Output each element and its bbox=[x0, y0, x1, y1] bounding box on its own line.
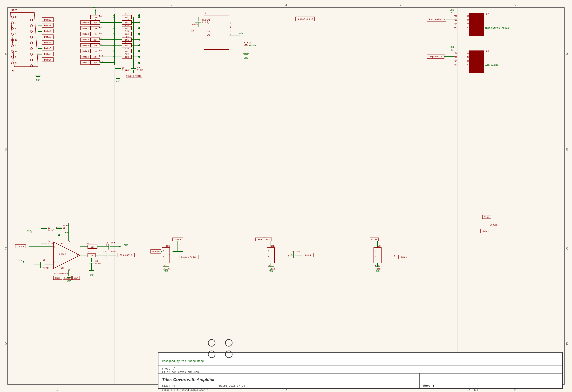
svg-text:U1: U1 bbox=[82, 252, 85, 255]
svg-text:17: 17 bbox=[15, 50, 17, 53]
svg-text:R5: R5 bbox=[99, 27, 102, 29]
svg-text:GND: GND bbox=[450, 46, 454, 49]
svg-text:10K: 10K bbox=[125, 28, 129, 30]
svg-text:3: 3 bbox=[285, 3, 287, 7]
svg-text:1: 1 bbox=[268, 250, 269, 252]
svg-text:Source-Audio: Source-Audio bbox=[297, 18, 313, 21]
svg-text:GND: GND bbox=[19, 259, 23, 262]
svg-text:D: D bbox=[5, 342, 7, 345]
svg-text:20K: 20K bbox=[94, 45, 97, 47]
svg-text:20K: 20K bbox=[94, 33, 97, 35]
svg-text:B: B bbox=[5, 148, 7, 151]
svg-text:Data5: Data5 bbox=[82, 50, 89, 52]
svg-text:10K: 10K bbox=[271, 245, 275, 247]
svg-text:Vs+: Vs+ bbox=[61, 242, 64, 244]
svg-text:100uF: 100uF bbox=[63, 225, 69, 227]
svg-text:5: 5 bbox=[15, 56, 16, 58]
svg-text:0.01uF: 0.01uF bbox=[122, 69, 130, 71]
svg-text:LEFT: LEFT bbox=[467, 60, 472, 62]
svg-text:C12: C12 bbox=[202, 19, 206, 21]
svg-text:P$1: P$1 bbox=[454, 27, 457, 29]
svg-text:3: 3 bbox=[288, 255, 289, 257]
svg-text:Size: A4: Size: A4 bbox=[162, 384, 175, 387]
svg-text:2: 2 bbox=[230, 30, 231, 32]
svg-marker-297 bbox=[53, 242, 80, 269]
svg-text:3: 3 bbox=[15, 33, 16, 35]
svg-text:D1: D1 bbox=[249, 42, 252, 44]
svg-point-500 bbox=[113, 61, 115, 63]
svg-rect-480 bbox=[158, 352, 562, 389]
svg-text:P$2: P$2 bbox=[454, 15, 457, 17]
svg-text:Title: Covox with Amplifier: Title: Covox with Amplifier bbox=[162, 377, 215, 382]
svg-text:File: pcb-covox-amp.sch: File: pcb-covox-amp.sch bbox=[162, 371, 199, 374]
svg-text:Gain1: Gain1 bbox=[55, 277, 61, 279]
svg-text:4: 4 bbox=[15, 45, 16, 47]
svg-text:D: D bbox=[566, 342, 568, 345]
svg-text:Source-Audio: Source-Audio bbox=[126, 75, 141, 77]
svg-text:R10: R10 bbox=[99, 55, 103, 57]
svg-text:LM386: LM386 bbox=[59, 253, 66, 256]
svg-text:Gain1: Gain1 bbox=[258, 239, 264, 241]
svg-text:3 +: 3 + bbox=[54, 246, 58, 248]
svg-text:Amp-Audio: Amp-Audio bbox=[120, 254, 132, 256]
svg-rect-403 bbox=[162, 248, 170, 263]
svg-text:USB: USB bbox=[191, 30, 194, 32]
svg-text:20K: 20K bbox=[94, 50, 97, 53]
svg-text:C10: C10 bbox=[291, 250, 295, 253]
svg-rect-447 bbox=[374, 248, 381, 263]
svg-text:GND: GND bbox=[164, 270, 168, 273]
svg-text:GND: GND bbox=[375, 270, 380, 273]
svg-text:4: 4 bbox=[230, 22, 231, 24]
svg-text:A: A bbox=[5, 53, 7, 56]
svg-text:Data1: Data1 bbox=[82, 27, 89, 30]
svg-text:Data6: Data6 bbox=[82, 56, 89, 58]
svg-text:GND: GND bbox=[93, 6, 97, 9]
svg-text:33000pF: 33000pF bbox=[490, 224, 499, 226]
svg-text:2: 2 bbox=[171, 3, 173, 7]
svg-text:0.1uF: 0.1uF bbox=[48, 229, 54, 231]
svg-text:10K: 10K bbox=[125, 50, 129, 53]
svg-text:P$2: P$2 bbox=[454, 52, 457, 55]
svg-text:GND: GND bbox=[207, 19, 210, 21]
svg-text:20K: 20K bbox=[94, 56, 97, 58]
svg-text:R15: R15 bbox=[125, 30, 129, 32]
svg-text:Amp Audio: Amp Audio bbox=[485, 64, 499, 66]
svg-text:2: 2 bbox=[274, 254, 275, 256]
svg-text:D-: D- bbox=[207, 27, 209, 29]
svg-text:Data7: Data7 bbox=[44, 59, 51, 61]
svg-text:shield: shield bbox=[192, 23, 198, 25]
svg-text:Amp-Audio: Amp-Audio bbox=[429, 55, 442, 58]
svg-text:R14: R14 bbox=[125, 24, 129, 27]
svg-text:1000uF: 1000uF bbox=[109, 250, 117, 253]
svg-point-208 bbox=[138, 56, 140, 58]
svg-text:Yellow: Yellow bbox=[249, 44, 256, 46]
svg-text:R9: R9 bbox=[99, 49, 102, 52]
svg-text:Vout: Vout bbox=[484, 216, 489, 218]
svg-text:P$3: P$3 bbox=[454, 56, 457, 58]
svg-point-34 bbox=[11, 56, 14, 58]
svg-point-347 bbox=[58, 234, 60, 236]
svg-text:Input+: Input+ bbox=[16, 245, 24, 248]
svg-text:2: 2 bbox=[15, 22, 16, 24]
svg-marker-294 bbox=[451, 49, 453, 50]
svg-text:10K: 10K bbox=[125, 45, 129, 47]
svg-text:R18: R18 bbox=[125, 47, 129, 49]
designer-text: Designed by Yeo Kheng Meng bbox=[162, 360, 204, 363]
svg-point-204 bbox=[138, 33, 140, 35]
svg-text:GND: GND bbox=[36, 79, 40, 82]
svg-text:Gnd: Gnd bbox=[61, 267, 64, 269]
svg-text:10K: 10K bbox=[125, 33, 129, 35]
svg-text:Gain8: Gain8 bbox=[59, 273, 64, 275]
svg-text:1: 1 bbox=[56, 388, 58, 391]
svg-text:R6: R6 bbox=[99, 32, 102, 34]
svg-text:GND: GND bbox=[89, 274, 94, 277]
svg-text:R4: R4 bbox=[99, 21, 102, 23]
svg-text:R1: R1 bbox=[87, 243, 90, 245]
svg-text:P$4: P$4 bbox=[454, 23, 457, 25]
svg-text:C: C bbox=[5, 247, 7, 250]
svg-text:Input+: Input+ bbox=[174, 239, 181, 241]
svg-text:Vout: Vout bbox=[64, 273, 68, 275]
svg-text:+: + bbox=[291, 253, 292, 256]
svg-point-203 bbox=[138, 27, 140, 29]
svg-text:10uF: 10uF bbox=[111, 242, 116, 244]
